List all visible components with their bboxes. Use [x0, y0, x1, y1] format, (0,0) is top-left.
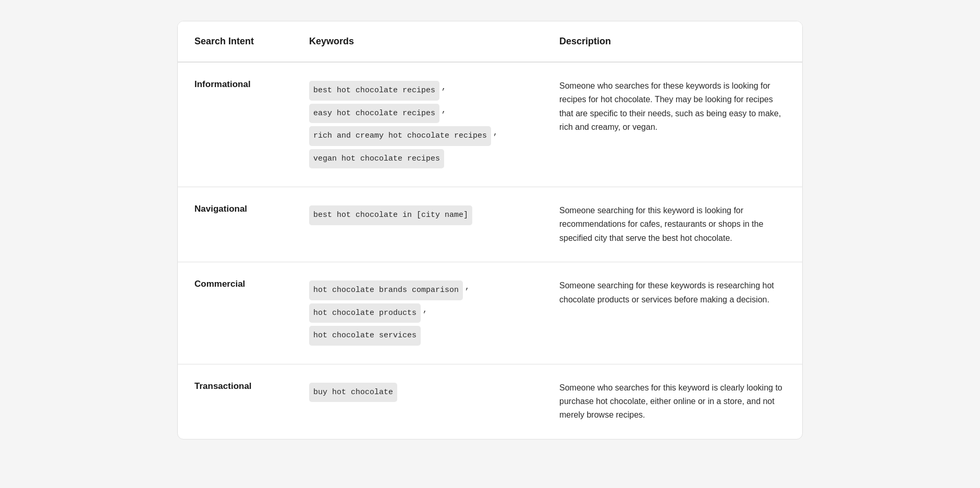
- intent-cell: Informational: [178, 62, 292, 187]
- description-cell: Someone who searches for this keyword is…: [543, 364, 802, 439]
- keyword-tag: rich and creamy hot chocolate recipes: [309, 126, 491, 146]
- intent-cell: Navigational: [178, 187, 292, 262]
- intent-cell: Commercial: [178, 262, 292, 364]
- keyword-tag: hot chocolate brands comparison: [309, 280, 463, 300]
- keyword-tag: buy hot chocolate: [309, 383, 397, 402]
- keywords-cell: best hot chocolate in [city name]: [292, 187, 543, 262]
- keyword-separator: ,: [442, 79, 446, 102]
- description-cell: Someone who searches for these keywords …: [543, 62, 802, 187]
- search-intent-table: Search Intent Keywords Description Infor…: [177, 21, 803, 440]
- intent-cell: Transactional: [178, 364, 292, 439]
- table-row: Informationalbest hot chocolate recipes,…: [178, 62, 802, 187]
- keywords-cell: buy hot chocolate: [292, 364, 543, 439]
- keyword-separator: ,: [423, 302, 427, 325]
- table-row: Navigationalbest hot chocolate in [city …: [178, 187, 802, 262]
- header-search-intent: Search Intent: [178, 21, 292, 62]
- table-row: Commercialhot chocolate brands compariso…: [178, 262, 802, 364]
- keyword-tag: hot chocolate services: [309, 326, 421, 346]
- keyword-tag: hot chocolate products: [309, 303, 421, 323]
- keyword-tag: best hot chocolate recipes: [309, 81, 439, 101]
- keyword-separator: ,: [493, 125, 498, 148]
- header-description: Description: [543, 21, 802, 62]
- keyword-tag: best hot chocolate in [city name]: [309, 205, 472, 225]
- keyword-tag: vegan hot chocolate recipes: [309, 149, 444, 169]
- keyword-tag: easy hot chocolate recipes: [309, 104, 439, 124]
- keywords-cell: hot chocolate brands comparison,hot choc…: [292, 262, 543, 364]
- description-cell: Someone searching for these keywords is …: [543, 262, 802, 364]
- keywords-cell: best hot chocolate recipes,easy hot choc…: [292, 62, 543, 187]
- description-cell: Someone searching for this keyword is lo…: [543, 187, 802, 262]
- table-row: Transactionalbuy hot chocolateSomeone wh…: [178, 364, 802, 439]
- keyword-separator: ,: [465, 279, 470, 302]
- keyword-separator: ,: [442, 102, 446, 125]
- table-header-row: Search Intent Keywords Description: [178, 21, 802, 62]
- header-keywords: Keywords: [292, 21, 543, 62]
